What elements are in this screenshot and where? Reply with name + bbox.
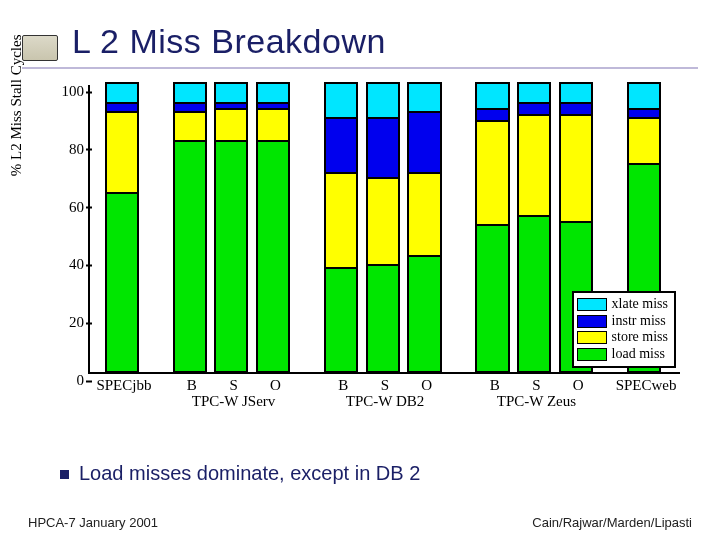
y-tick: 80 xyxy=(46,140,84,157)
bar-segment xyxy=(367,178,399,265)
bar-segment xyxy=(628,83,660,109)
legend-swatch xyxy=(578,332,606,343)
x-sublabel: B xyxy=(476,377,513,394)
bar-segment xyxy=(174,103,206,112)
x-sublabel: B xyxy=(325,377,362,394)
y-tick: 100 xyxy=(46,83,84,100)
bar xyxy=(367,83,399,372)
bar-segment xyxy=(215,83,247,103)
legend-item: xlate miss xyxy=(578,296,668,313)
bar-segment xyxy=(476,83,508,109)
bar-segment xyxy=(628,118,660,164)
legend-item: load miss xyxy=(578,346,668,363)
x-sublabel: S xyxy=(367,377,404,394)
bar-segment xyxy=(518,216,550,372)
legend-item: instr miss xyxy=(578,313,668,330)
bar-segment xyxy=(325,173,357,268)
legend-label: load miss xyxy=(612,346,665,363)
bar xyxy=(325,83,357,372)
bar-segment xyxy=(367,118,399,179)
bar xyxy=(408,83,440,372)
y-tick: 20 xyxy=(46,314,84,331)
legend-label: xlate miss xyxy=(612,296,668,313)
footer: HPCA-7 January 2001 Cain/Rajwar/Marden/L… xyxy=(28,515,692,530)
bar-segment xyxy=(518,115,550,216)
bar-segment xyxy=(560,83,592,103)
bar xyxy=(215,83,247,372)
x-sublabel: S xyxy=(518,377,555,394)
bar-segment xyxy=(257,109,289,141)
bar-segment xyxy=(628,109,660,118)
x-sublabel: O xyxy=(257,377,294,394)
bar xyxy=(174,83,206,372)
bar xyxy=(518,83,550,372)
legend-swatch xyxy=(578,316,606,327)
bar-segment xyxy=(408,173,440,257)
logo-icon xyxy=(22,35,58,61)
bar-segment xyxy=(106,83,138,103)
x-group-label: TPC-W DB2 xyxy=(325,393,445,410)
bar xyxy=(257,83,289,372)
bar-segment xyxy=(367,83,399,118)
bar-segment xyxy=(257,83,289,103)
x-group-label: TPC-W JServ xyxy=(174,393,294,410)
x-sublabel: O xyxy=(408,377,445,394)
bullet-text: Load misses dominate, except in DB 2 xyxy=(79,462,420,484)
x-group-label: SPECweb xyxy=(608,377,685,394)
bar-segment xyxy=(408,112,440,173)
x-group-label: SPECjbb xyxy=(86,377,163,394)
bar-segment xyxy=(325,118,357,173)
bar-segment xyxy=(408,256,440,372)
legend-swatch xyxy=(578,299,606,310)
bullet-1: Load misses dominate, except in DB 2 xyxy=(60,462,420,485)
bar-segment xyxy=(325,83,357,118)
x-sublabel: S xyxy=(215,377,252,394)
bar-segment xyxy=(476,225,508,372)
bar-segment xyxy=(174,112,206,141)
x-group-label: TPC-W Zeus xyxy=(476,393,596,410)
y-tick: 0 xyxy=(46,372,84,389)
bar-segment xyxy=(106,193,138,372)
bar-segment xyxy=(518,83,550,103)
legend-swatch xyxy=(578,349,606,360)
title-rule xyxy=(22,67,698,69)
bar-segment xyxy=(476,109,508,121)
legend-label: instr miss xyxy=(612,313,666,330)
chart: % L2 Miss Stall Cycles xlate missinstr m… xyxy=(34,79,686,414)
x-sublabel: B xyxy=(174,377,211,394)
page-title: L 2 Miss Breakdown xyxy=(72,22,386,61)
bar-segment xyxy=(408,83,440,112)
x-sublabel: O xyxy=(560,377,597,394)
bar-segment xyxy=(106,112,138,193)
legend: xlate missinstr missstore missload miss xyxy=(572,291,676,368)
y-axis-label: % L2 Miss Stall Cycles xyxy=(8,34,25,176)
bar-segment xyxy=(215,109,247,141)
legend-item: store miss xyxy=(578,329,668,346)
bar-segment xyxy=(325,268,357,372)
bar-segment xyxy=(476,121,508,225)
bar-segment xyxy=(174,83,206,103)
bar-segment xyxy=(106,103,138,112)
bar-segment xyxy=(174,141,206,372)
bar-segment xyxy=(367,265,399,372)
bar-segment xyxy=(215,141,247,372)
legend-label: store miss xyxy=(612,329,668,346)
footer-left: HPCA-7 January 2001 xyxy=(28,515,158,530)
bar-segment xyxy=(257,141,289,372)
bar-segment xyxy=(560,103,592,115)
bullet-icon xyxy=(60,470,69,479)
bar xyxy=(106,83,138,372)
bar xyxy=(476,83,508,372)
bar-segment xyxy=(518,103,550,115)
footer-right: Cain/Rajwar/Marden/Lipasti xyxy=(532,515,692,530)
y-tick: 40 xyxy=(46,256,84,273)
y-tick: 60 xyxy=(46,198,84,215)
plot-area: xlate missinstr missstore missload miss … xyxy=(88,85,680,374)
bar-segment xyxy=(560,115,592,222)
